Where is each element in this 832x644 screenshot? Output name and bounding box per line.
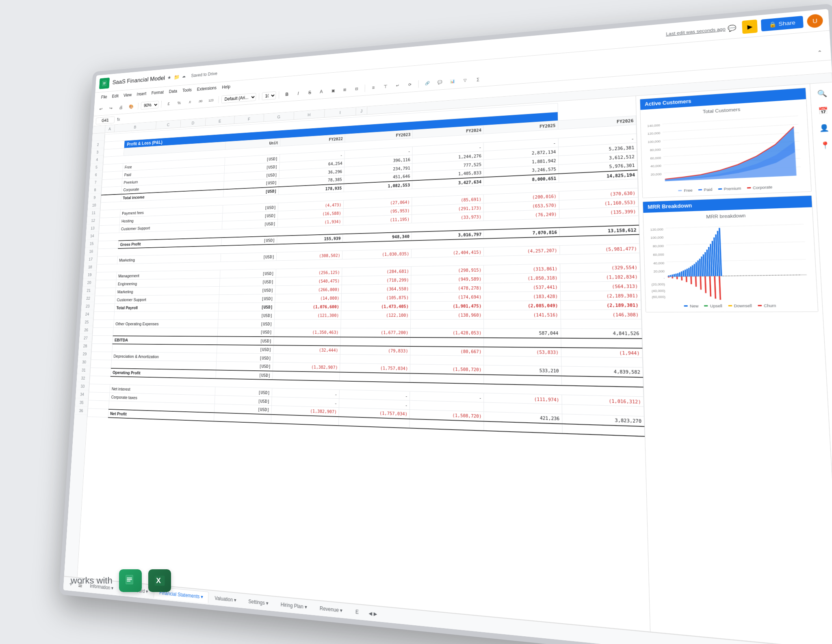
fill-color-btn[interactable]: ▣ <box>328 85 338 96</box>
svg-rect-42 <box>685 270 686 277</box>
next-sheet-btn[interactable]: ▶ <box>374 611 377 617</box>
format-num-btn[interactable]: 123 <box>206 95 216 106</box>
svg-rect-49 <box>697 260 699 276</box>
svg-text:80,000: 80,000 <box>650 147 661 152</box>
font-select[interactable]: Default (Ari... <box>221 93 256 103</box>
svg-text:60,000: 60,000 <box>650 156 661 160</box>
cell-reference[interactable] <box>95 116 115 124</box>
svg-rect-39 <box>679 272 680 277</box>
svg-rect-34 <box>670 275 672 277</box>
svg-rect-69 <box>700 276 702 290</box>
svg-text:40,000: 40,000 <box>653 261 665 265</box>
table-row: Other Operating Expenses [USD] <box>93 319 641 329</box>
menu-extensions[interactable]: Extensions <box>194 84 219 93</box>
tab-valuation[interactable]: Valuation ▾ <box>209 592 242 607</box>
strikethrough-btn[interactable]: S <box>305 87 315 98</box>
zoom-select[interactable]: 90% <box>141 101 159 110</box>
svg-text:(40,000): (40,000) <box>652 288 666 292</box>
star-icon[interactable]: ★ <box>167 75 171 80</box>
decimal2-btn[interactable]: .00 <box>195 96 205 106</box>
undo-btn[interactable]: ↩ <box>96 104 106 114</box>
topbar-right: 💬 ▶ 🔒 Share U <box>725 13 823 35</box>
menu-view[interactable]: View <box>121 91 134 99</box>
svg-line-14 <box>663 133 799 140</box>
mrr-chart-svg: 120,000 100,000 80,000 60,000 40,000 20,… <box>647 220 813 300</box>
svg-rect-46 <box>692 265 693 276</box>
svg-rect-41 <box>682 270 684 277</box>
corner-cell <box>93 125 106 134</box>
svg-text:60,000: 60,000 <box>653 252 664 257</box>
svg-text:(60,000): (60,000) <box>652 295 666 299</box>
svg-text:X: X <box>156 577 161 585</box>
folder-icon[interactable]: 📁 <box>174 74 180 80</box>
svg-rect-77 <box>127 578 132 579</box>
google-meet-icon[interactable]: ▶ <box>742 19 758 34</box>
percent-btn[interactable]: % <box>174 97 184 108</box>
expand-btn[interactable]: ⌃ <box>812 46 827 59</box>
wrap-btn[interactable]: ↵ <box>392 80 403 91</box>
charts-panel: Active Customers Total Customers 140,000… <box>635 84 832 644</box>
svg-line-13 <box>663 124 799 132</box>
share-icon: 🔒 <box>769 21 777 28</box>
comment-btn[interactable]: 💬 <box>434 76 445 88</box>
menu-tools[interactable]: Tools <box>180 86 195 95</box>
text-color-btn[interactable]: A <box>316 86 327 97</box>
maps-icon[interactable]: 📍 <box>817 138 832 152</box>
rotate-btn[interactable]: ⟳ <box>404 79 415 90</box>
col-j: J <box>356 106 367 115</box>
menu-format[interactable]: Format <box>149 88 167 97</box>
menu-insert[interactable]: Insert <box>134 90 149 98</box>
currency-btn[interactable]: £ <box>164 98 173 109</box>
customers-chart-svg: 140,000 120,000 100,000 80,000 60,000 40… <box>644 111 806 186</box>
svg-rect-66 <box>686 277 687 282</box>
explorer-icon[interactable]: 🔍 <box>814 86 830 101</box>
customers-chart-body: Total Customers 140,000 120,000 100,000 … <box>640 99 811 198</box>
svg-text:80,000: 80,000 <box>652 244 664 249</box>
menu-help[interactable]: Help <box>219 82 233 91</box>
avatar[interactable]: U <box>807 13 823 28</box>
chart-btn[interactable]: 📊 <box>447 76 458 87</box>
calendar-icon[interactable]: 📅 <box>815 103 831 118</box>
print-btn[interactable]: 🖨 <box>116 102 126 112</box>
tab-hiring-plan[interactable]: Hiring Plan ▾ <box>275 598 313 614</box>
prev-sheet-btn[interactable]: ◀ <box>369 610 372 616</box>
svg-rect-35 <box>672 274 673 277</box>
comments-icon[interactable]: 💬 <box>725 22 739 35</box>
menu-data[interactable]: Data <box>166 87 180 95</box>
borders-btn[interactable]: ⊞ <box>339 84 350 95</box>
last-edit[interactable]: Last edit was seconds ago <box>666 26 726 37</box>
svg-rect-45 <box>690 266 691 276</box>
italic-btn[interactable]: I <box>293 88 303 99</box>
paint-format-btn[interactable]: 🎨 <box>126 102 136 112</box>
valign-btn[interactable]: ⊤ <box>380 81 390 92</box>
user-icon[interactable]: 👤 <box>815 120 832 135</box>
saved-status: Saved to Drive <box>191 71 217 78</box>
size-select[interactable]: 10 <box>262 91 276 100</box>
svg-rect-36 <box>674 274 675 277</box>
function-btn[interactable]: ∑ <box>472 73 484 85</box>
tab-e[interactable]: E <box>349 605 365 619</box>
svg-text:120,000: 120,000 <box>648 131 661 136</box>
svg-rect-47 <box>693 264 696 277</box>
bold-btn[interactable]: B <box>282 89 292 100</box>
divider7 <box>418 80 419 88</box>
link-btn[interactable]: 🔗 <box>422 78 433 89</box>
svg-rect-67 <box>690 276 692 284</box>
redo-btn[interactable]: ↪ <box>106 103 116 113</box>
tab-settings[interactable]: Settings ▾ <box>243 595 274 610</box>
svg-text:20,000: 20,000 <box>653 269 665 273</box>
share-button[interactable]: 🔒 Share <box>761 16 804 32</box>
align-left-btn[interactable]: ≡ <box>368 82 379 93</box>
decimal1-btn[interactable]: .0 <box>185 97 195 107</box>
svg-line-32 <box>667 259 806 261</box>
menu-edit[interactable]: Edit <box>109 92 121 100</box>
merge-btn[interactable]: ⊟ <box>351 83 362 94</box>
excel-icon: X <box>148 569 171 592</box>
tab-revenue[interactable]: Revenue ▾ <box>314 602 349 617</box>
filter-btn[interactable]: ▽ <box>459 74 471 86</box>
col-a: A <box>105 125 115 132</box>
mrr-chart: MRR Breakdown MRR breakdown 120,000 100,… <box>643 195 819 312</box>
menu-file[interactable]: File <box>98 93 110 101</box>
svg-rect-64 <box>676 277 678 279</box>
svg-text:40,000: 40,000 <box>650 164 661 169</box>
